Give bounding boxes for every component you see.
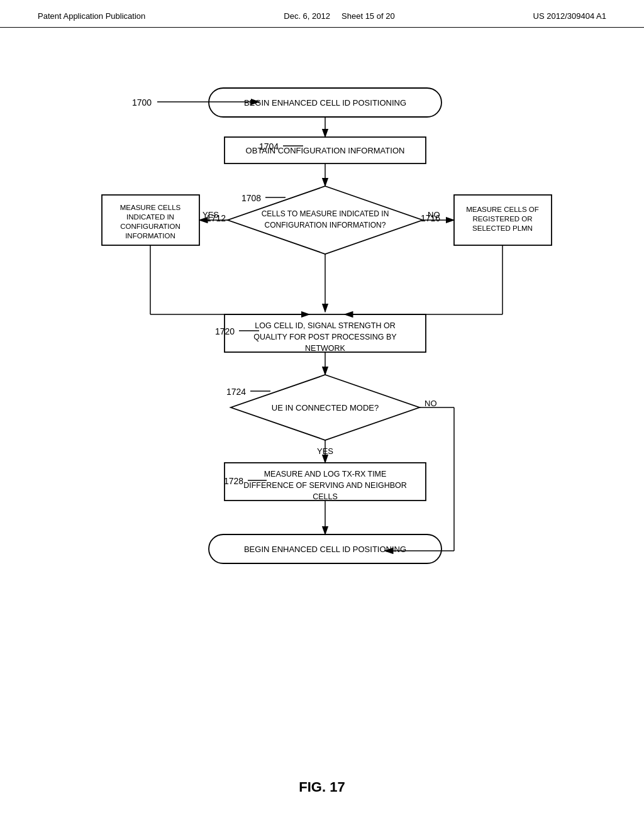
- ue-diamond-text: UE IN CONNECTED MODE?: [272, 403, 379, 412]
- flowchart-diagram: 1700 BEGIN ENHANCED CELL ID POSITIONING …: [64, 50, 580, 742]
- figure-label: FIG. 17: [299, 779, 345, 795]
- label-1708: 1708: [242, 193, 261, 203]
- measure-tx-text3: CELLS: [313, 492, 338, 501]
- measure-config-text3: CONFIGURATION: [120, 223, 180, 230]
- header-right: US 2012/309404 A1: [533, 11, 606, 21]
- measure-config-text2: INDICATED IN: [126, 213, 174, 221]
- page-header: Patent Application Publication Dec. 6, 2…: [0, 0, 644, 28]
- label-1700: 1700: [132, 97, 152, 108]
- end-node-text: BEGIN ENHANCED CELL ID POSITIONING: [244, 545, 406, 554]
- measure-plmn-text2: REGISTERED OR: [472, 215, 532, 223]
- start-node-text: BEGIN ENHANCED CELL ID POSITIONING: [244, 98, 406, 108]
- label-1716: 1716: [421, 213, 440, 223]
- label-1728: 1728: [224, 476, 243, 486]
- cells-diamond-text1: CELLS TO MEASURE INDICATED IN: [262, 209, 389, 218]
- no-label-ue: NO: [425, 399, 437, 408]
- label-1724: 1724: [226, 387, 246, 397]
- header-center: Dec. 6, 2012 Sheet 15 of 20: [284, 11, 394, 21]
- header-sheet: Sheet 15 of 20: [341, 11, 395, 21]
- obtain-node-text: OBTAIN CONFIGURATION INFORMATION: [246, 146, 405, 155]
- log-text3: NETWORK: [305, 344, 346, 353]
- measure-plmn-text1: MEASURE CELLS OF: [466, 206, 539, 213]
- measure-config-text4: INFORMATION: [125, 232, 175, 240]
- label-1712: 1712: [206, 213, 226, 223]
- log-text1: LOG CELL ID, SIGNAL STRENGTH OR: [255, 321, 395, 330]
- measure-tx-text2: DIFFERENCE OF SERVING AND NEIGHBOR: [243, 481, 407, 490]
- log-text2: QUALITY FOR POST PROCESSING BY: [253, 333, 397, 341]
- header-left: Patent Application Publication: [38, 11, 145, 21]
- cells-diamond-text2: CONFIGURATION INFORMATION?: [265, 221, 386, 230]
- measure-config-text1: MEASURE CELLS: [120, 204, 181, 211]
- measure-tx-text1: MEASURE AND LOG TX-RX TIME: [264, 470, 387, 479]
- measure-plmn-text3: SELECTED PLMN: [472, 224, 533, 232]
- header-date: Dec. 6, 2012: [284, 11, 330, 21]
